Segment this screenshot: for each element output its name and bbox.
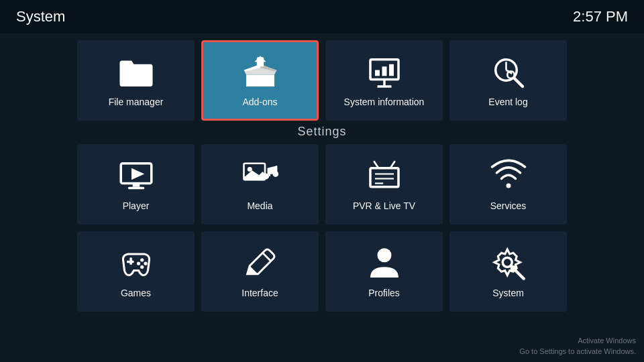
watermark-line2: Go to Settings to activate Windows. (519, 347, 636, 357)
games-label: Games (121, 288, 151, 298)
svg-point-17 (247, 167, 252, 172)
svg-point-32 (140, 258, 144, 261)
top-row: File manager A (77, 40, 567, 121)
svg-point-33 (144, 261, 147, 265)
svg-rect-2 (375, 70, 380, 76)
svg-rect-4 (389, 64, 394, 76)
svg-line-39 (515, 271, 523, 279)
svg-line-10 (514, 78, 522, 86)
svg-point-29 (506, 184, 511, 188)
settings-label: Settings (297, 125, 346, 139)
system-information-label: System information (344, 97, 425, 107)
tile-player[interactable]: Player (77, 144, 195, 225)
svg-marker-18 (244, 170, 265, 180)
services-icon (490, 158, 527, 195)
event-log-label: Event log (488, 97, 527, 107)
player-icon (117, 158, 155, 195)
tile-system[interactable]: System (449, 231, 567, 312)
svg-rect-23 (370, 168, 398, 187)
pvr-live-tv-icon (366, 158, 403, 195)
svg-rect-3 (382, 66, 386, 76)
event-log-icon (490, 54, 527, 91)
main-content: File manager A (0, 34, 644, 362)
app-title: System (16, 8, 65, 25)
media-icon (241, 158, 279, 195)
games-icon (117, 245, 155, 282)
svg-point-40 (510, 265, 516, 272)
svg-point-34 (136, 261, 140, 265)
svg-point-20 (272, 171, 278, 177)
media-label: Media (247, 200, 272, 211)
file-manager-label: File manager (109, 97, 164, 107)
tile-services[interactable]: Services (449, 144, 567, 225)
clock: 2:57 PM (573, 8, 628, 25)
tile-file-manager[interactable]: File manager (77, 40, 195, 121)
system-label: System (492, 288, 524, 298)
tile-pvr-live-tv[interactable]: PVR & Live TV (325, 144, 443, 225)
watermark-line1: Activate Windows (519, 336, 636, 346)
file-manager-icon (117, 54, 155, 91)
profiles-label: Profiles (368, 288, 400, 298)
svg-rect-31 (129, 257, 132, 265)
interface-label: Interface (241, 288, 278, 298)
svg-point-38 (502, 257, 512, 267)
tile-profiles[interactable]: Profiles (325, 231, 443, 312)
settings-row-2: Games Interface (77, 231, 567, 312)
tile-system-information[interactable]: System information (325, 40, 443, 121)
tile-media[interactable]: Media (201, 144, 319, 225)
add-ons-label: Add-ons (242, 97, 277, 107)
profiles-icon (366, 245, 403, 282)
settings-row-1: Player Media (77, 144, 567, 225)
header: System 2:57 PM (0, 0, 644, 34)
tile-add-ons[interactable]: Add-ons (201, 40, 319, 121)
player-label: Player (123, 200, 150, 211)
system-icon (490, 245, 527, 282)
tile-event-log[interactable]: Event log (449, 40, 567, 121)
svg-rect-15 (127, 187, 144, 190)
tile-interface[interactable]: Interface (201, 231, 319, 312)
add-ons-icon (241, 54, 279, 91)
svg-point-35 (140, 265, 144, 269)
svg-line-36 (262, 253, 270, 261)
svg-marker-13 (131, 168, 144, 180)
system-information-icon (366, 54, 403, 91)
svg-point-37 (377, 248, 391, 262)
pvr-live-tv-label: PVR & Live TV (353, 200, 415, 211)
windows-watermark: Activate Windows Go to Settings to activ… (519, 336, 636, 357)
services-label: Services (490, 200, 527, 211)
interface-icon (241, 245, 279, 282)
svg-rect-14 (132, 184, 140, 187)
tile-games[interactable]: Games (77, 231, 195, 312)
svg-point-19 (263, 174, 269, 180)
